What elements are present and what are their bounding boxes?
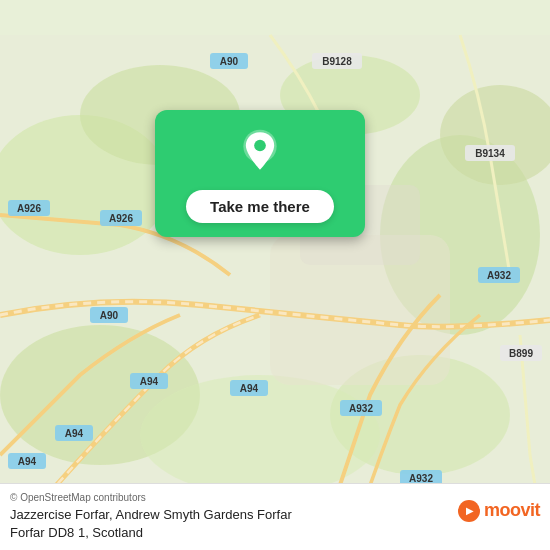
moovit-icon bbox=[458, 500, 480, 522]
location-name: Jazzercise Forfar, Andrew Smyth Gardens … bbox=[10, 506, 448, 542]
map-attribution: © OpenStreetMap contributors bbox=[10, 492, 448, 503]
svg-text:B9134: B9134 bbox=[475, 148, 505, 159]
svg-text:A94: A94 bbox=[140, 376, 159, 387]
svg-text:A94: A94 bbox=[240, 383, 259, 394]
svg-text:A94: A94 bbox=[18, 456, 37, 467]
svg-text:A926: A926 bbox=[109, 213, 133, 224]
svg-text:B9128: B9128 bbox=[322, 56, 352, 67]
info-bar: © OpenStreetMap contributors Jazzercise … bbox=[0, 483, 550, 550]
svg-text:A932: A932 bbox=[487, 270, 511, 281]
location-pin-icon bbox=[235, 128, 285, 178]
map-background: A90 A90 A926 A926 A94 A94 A94 A94 A932 A… bbox=[0, 0, 550, 550]
svg-point-40 bbox=[254, 140, 266, 152]
info-text-block: © OpenStreetMap contributors Jazzercise … bbox=[10, 492, 448, 542]
map-container: A90 A90 A926 A926 A94 A94 A94 A94 A932 A… bbox=[0, 0, 550, 550]
popup-card: Take me there bbox=[155, 110, 365, 237]
svg-text:A932: A932 bbox=[349, 403, 373, 414]
svg-text:A926: A926 bbox=[17, 203, 41, 214]
svg-text:A90: A90 bbox=[100, 310, 119, 321]
svg-text:A90: A90 bbox=[220, 56, 239, 67]
moovit-brand-text: moovit bbox=[484, 500, 540, 521]
take-me-there-button[interactable]: Take me there bbox=[186, 190, 334, 223]
svg-text:B899: B899 bbox=[509, 348, 533, 359]
moovit-logo: moovit bbox=[458, 500, 540, 522]
svg-text:A94: A94 bbox=[65, 428, 84, 439]
